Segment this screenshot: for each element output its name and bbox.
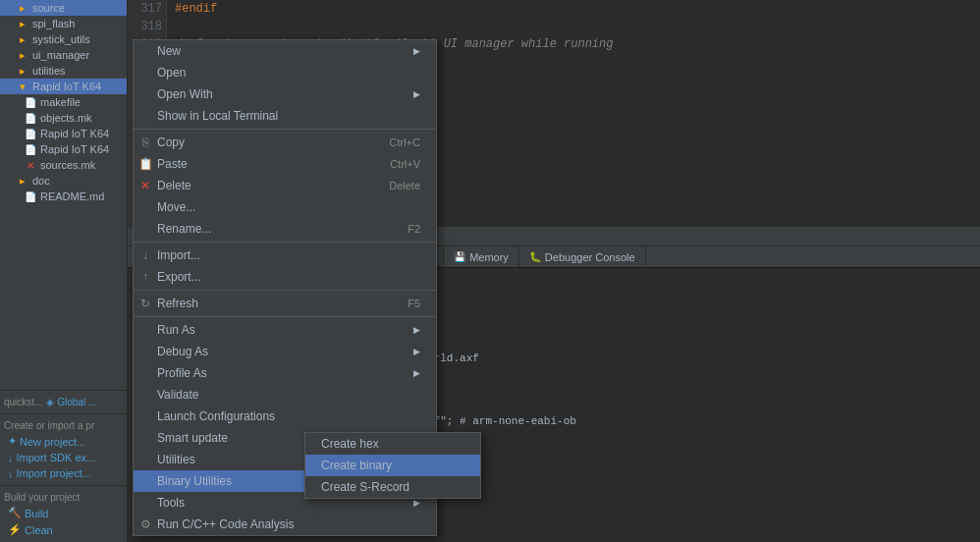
build-item[interactable]: 🔨 Build — [0, 505, 127, 521]
memory-icon: 💾 — [454, 251, 465, 262]
menu-item-open-with[interactable]: Open With — [134, 83, 436, 105]
folder-icon: ▸ — [16, 174, 29, 188]
submenu-item-create-srecord[interactable]: Create S-Record — [305, 476, 480, 498]
import-project-item[interactable]: ↓ Import project... — [0, 465, 127, 481]
menu-separator-4 — [134, 316, 436, 317]
menu-item-launch-configs[interactable]: Launch Configurations — [134, 406, 436, 427]
menu-item-validate[interactable]: Validate — [134, 384, 436, 406]
menu-label: Copy — [157, 136, 185, 149]
tab-label: Memory — [469, 251, 509, 263]
file-icon: 📄 — [24, 142, 37, 156]
sidebar-item-doc[interactable]: ▸ doc — [0, 173, 127, 189]
create-import-title: Create or import a pr — [0, 418, 127, 433]
menu-item-new[interactable]: New — [134, 40, 436, 62]
menu-label: Open With — [157, 87, 213, 101]
sidebar-item-rapid-iot[interactable]: ▾ Rapid IoT K64 — [0, 79, 127, 94]
clean-label: Clean — [25, 524, 53, 536]
submenu-label: Create hex — [321, 437, 379, 451]
binary-utilities-submenu: Create hex Create binary Create S-Record — [304, 432, 481, 499]
menu-item-paste[interactable]: 📋 Paste Ctrl+V — [134, 153, 436, 175]
menu-label: New — [157, 44, 181, 58]
menu-label: Run As — [157, 323, 195, 337]
folder-icon: ▸ — [16, 17, 29, 30]
quickstart-label: quickst... — [4, 397, 42, 407]
sidebar-item-rapid-iot-2[interactable]: 📄 Rapid IoT K64 — [0, 126, 127, 141]
sidebar-item-label: sources.mk — [40, 159, 95, 171]
shortcut: Ctrl+V — [390, 158, 420, 170]
menu-item-profile-as[interactable]: Profile As — [134, 362, 436, 384]
sidebar-item-objects-mk[interactable]: 📄 objects.mk — [0, 110, 127, 126]
menu-label: Export... — [157, 270, 201, 284]
menu-label: Validate — [157, 388, 198, 402]
folder-icon: ▸ — [16, 64, 29, 78]
menu-item-copy[interactable]: ⎘ Copy Ctrl+C — [134, 132, 436, 153]
import-sdk-label: Import SDK ex... — [17, 452, 96, 463]
refresh-icon: ↻ — [137, 297, 153, 310]
menu-label: Paste — [157, 157, 188, 171]
import-sdk-item[interactable]: ↓ Import SDK ex... — [0, 450, 127, 465]
sidebar-item-label: makefile — [40, 96, 81, 108]
file-icon: 📄 — [24, 111, 37, 125]
menu-label: Delete — [157, 179, 191, 192]
new-project-item[interactable]: ✦ New project... — [0, 433, 127, 450]
sidebar-item-label: Rapid IoT K64 — [32, 81, 101, 92]
sidebar-item-sources-mk[interactable]: ✕ sources.mk — [0, 157, 127, 173]
file-explorer: ▸ source ▸ spi_flash ▸ systick_utils ▸ u… — [0, 0, 128, 542]
sidebar-item-makefile[interactable]: 📄 makefile — [0, 94, 127, 110]
menu-item-rename[interactable]: Rename... F2 — [134, 218, 436, 240]
import2-icon: ↓ — [8, 467, 14, 479]
menu-item-move[interactable]: Move... — [134, 196, 436, 218]
sidebar-item-systick[interactable]: ▸ systick_utils — [0, 31, 127, 47]
file-icon: 📄 — [24, 190, 37, 203]
menu-item-delete[interactable]: ✕ Delete Delete — [134, 175, 436, 196]
folder-icon: ▸ — [16, 48, 29, 62]
sidebar-item-spi-flash[interactable]: ▸ spi_flash — [0, 16, 127, 31]
sidebar-item-source[interactable]: ▸ source — [0, 0, 127, 16]
shortcut: Ctrl+C — [390, 136, 420, 148]
menu-item-show-terminal[interactable]: Show in Local Terminal — [134, 105, 436, 127]
debugger-icon: 🐛 — [529, 251, 541, 262]
sidebar-item-rapid-iot-3[interactable]: 📄 Rapid IoT K64 — [0, 141, 127, 157]
menu-label: Rename... — [157, 222, 211, 236]
menu-separator — [134, 129, 436, 130]
code-text: #endif — [175, 2, 217, 16]
sidebar-item-utilities[interactable]: ▸ utilities — [0, 63, 127, 79]
menu-label: Binary Utilities — [157, 474, 232, 488]
new-icon: ✦ — [8, 435, 17, 448]
menu-item-refresh[interactable]: ↻ Refresh F5 — [134, 293, 436, 314]
menu-label: Smart update — [157, 431, 228, 445]
copy-icon: ⎘ — [137, 136, 153, 149]
menu-item-export[interactable]: ↑ Export... — [134, 266, 436, 288]
menu-item-run-code-analysis[interactable]: ⚙ Run C/C++ Code Analysis — [134, 514, 436, 535]
submenu-item-create-hex[interactable]: Create hex — [305, 433, 480, 455]
menu-label: Refresh — [157, 297, 198, 310]
menu-label: Launch Configurations — [157, 409, 275, 423]
clean-icon: ⚡ — [8, 523, 22, 536]
submenu-item-create-binary[interactable]: Create binary — [305, 455, 480, 476]
sidebar-item-label: doc — [32, 175, 50, 187]
clean-item[interactable]: ⚡ Clean — [0, 521, 127, 538]
tab-label: Debugger Console — [545, 251, 635, 263]
sidebar-item-label: systick_utils — [32, 33, 90, 45]
global-button[interactable]: ◈ Global ... — [46, 397, 96, 407]
submenu-label: Create binary — [321, 459, 392, 472]
menu-item-run-as[interactable]: Run As — [134, 319, 436, 341]
menu-item-debug-as[interactable]: Debug As — [134, 341, 436, 362]
tab-debugger-console[interactable]: 🐛 Debugger Console — [519, 246, 646, 267]
menu-label: Utilities — [157, 453, 195, 466]
build-icon: 🔨 — [8, 507, 22, 519]
sidebar-item-ui-manager[interactable]: ▸ ui_manager — [0, 47, 127, 63]
paste-icon: 📋 — [137, 157, 153, 171]
build-label: Build — [25, 508, 48, 519]
sidebar-item-readme[interactable]: 📄 README.md — [0, 189, 127, 204]
sidebar-item-label: source — [32, 2, 65, 14]
file-icon: 📄 — [24, 95, 37, 109]
menu-item-open[interactable]: Open — [134, 62, 436, 83]
import-icon: ↓ — [8, 452, 14, 463]
submenu-label: Create S-Record — [321, 480, 409, 494]
tab-memory[interactable]: 💾 Memory — [444, 246, 519, 267]
menu-item-import[interactable]: ↓ Import... — [134, 244, 436, 266]
import-project-label: Import project... — [17, 467, 91, 479]
code-text — [175, 18, 972, 35]
new-project-label: New project... — [20, 436, 85, 448]
